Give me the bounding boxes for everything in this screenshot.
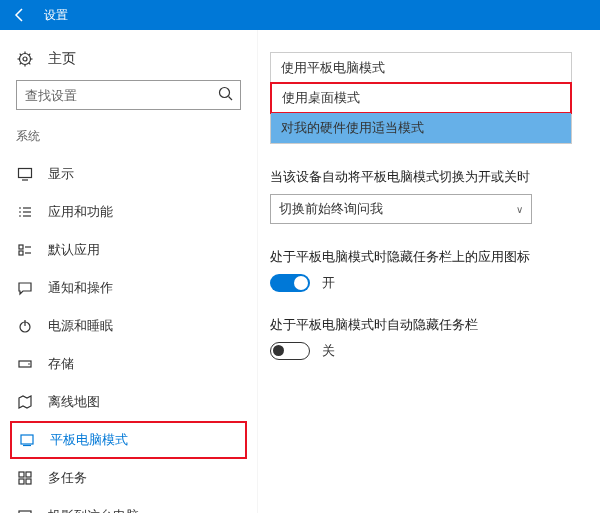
dropdown-option-tablet[interactable]: 使用平板电脑模式	[271, 53, 571, 83]
sidebar-item-maps[interactable]: 离线地图	[10, 383, 247, 421]
combo-value: 切换前始终询问我	[279, 200, 383, 218]
sidebar-home-label: 主页	[34, 50, 76, 68]
svg-line-6	[20, 54, 21, 55]
search-wrap	[16, 80, 241, 110]
sidebar-category: 系统	[10, 124, 247, 155]
app-title: 设置	[40, 7, 68, 24]
sidebar-item-default-apps[interactable]: 默认应用	[10, 231, 247, 269]
main-panel: 使用平板电脑模式 使用桌面模式 对我的硬件使用适当模式 当该设备自动将平板电脑模…	[258, 30, 600, 513]
sidebar-item-label: 平板电脑模式	[36, 431, 128, 449]
sidebar-item-label: 多任务	[34, 469, 87, 487]
svg-rect-33	[26, 479, 31, 484]
map-icon	[16, 394, 34, 410]
tablet-icon	[18, 432, 36, 448]
back-button[interactable]	[0, 0, 40, 30]
auto-switch-combo[interactable]: 切换前始终询问我 ∨	[270, 194, 532, 224]
sidebar-item-project[interactable]: 投影到这台电脑	[10, 497, 247, 513]
gear-icon	[16, 51, 34, 67]
sidebar-item-label: 电源和睡眠	[34, 317, 113, 335]
sidebar-item-label: 离线地图	[34, 393, 100, 411]
sidebar: 主页 系统 显示 应用和功能 默认应用 通知和操作 电源和睡眠	[0, 30, 258, 513]
svg-rect-20	[19, 245, 23, 249]
sidebar-item-notifications[interactable]: 通知和操作	[10, 269, 247, 307]
svg-point-1	[23, 57, 27, 61]
svg-rect-28	[21, 435, 33, 444]
svg-point-27	[28, 363, 30, 365]
sidebar-item-power[interactable]: 电源和睡眠	[10, 307, 247, 345]
search-input[interactable]	[16, 80, 241, 110]
titlebar: 设置	[0, 0, 600, 30]
search-icon	[217, 85, 235, 103]
svg-rect-21	[19, 251, 23, 255]
svg-rect-30	[19, 472, 24, 477]
svg-line-11	[229, 97, 233, 101]
svg-point-10	[220, 88, 230, 98]
sidebar-item-label: 投影到这台电脑	[34, 507, 139, 513]
svg-rect-32	[19, 479, 24, 484]
power-icon	[16, 318, 34, 334]
svg-rect-31	[26, 472, 31, 477]
sidebar-item-label: 应用和功能	[34, 203, 113, 221]
defaults-icon	[16, 242, 34, 258]
svg-point-0	[20, 54, 31, 65]
storage-icon	[16, 356, 34, 372]
sidebar-item-tablet-mode[interactable]: 平板电脑模式	[10, 421, 247, 459]
svg-rect-12	[19, 169, 32, 178]
dropdown-option-appropriate[interactable]: 对我的硬件使用适当模式	[271, 113, 571, 143]
hide-app-icons-toggle[interactable]	[270, 274, 310, 292]
svg-line-8	[20, 63, 21, 64]
toggle-state-label: 关	[322, 342, 335, 360]
svg-line-9	[29, 54, 30, 55]
dropdown-option-desktop[interactable]: 使用桌面模式	[270, 82, 572, 114]
sidebar-item-label: 默认应用	[34, 241, 100, 259]
monitor-icon	[16, 166, 34, 182]
sidebar-item-display[interactable]: 显示	[10, 155, 247, 193]
sidebar-home[interactable]: 主页	[10, 44, 247, 80]
sidebar-item-label: 显示	[34, 165, 74, 183]
message-icon	[16, 280, 34, 296]
auto-hide-taskbar-label: 处于平板电脑模式时自动隐藏任务栏	[270, 316, 588, 334]
svg-line-7	[29, 63, 30, 64]
sidebar-item-label: 通知和操作	[34, 279, 113, 297]
sidebar-item-label: 存储	[34, 355, 74, 373]
project-icon	[16, 508, 34, 513]
sidebar-item-multitask[interactable]: 多任务	[10, 459, 247, 497]
auto-hide-taskbar-toggle[interactable]	[270, 342, 310, 360]
toggle-state-label: 开	[322, 274, 335, 292]
sidebar-item-apps[interactable]: 应用和功能	[10, 193, 247, 231]
auto-switch-label: 当该设备自动将平板电脑模式切换为开或关时	[270, 168, 588, 186]
chevron-down-icon: ∨	[516, 204, 523, 215]
signin-mode-dropdown[interactable]: 使用平板电脑模式 使用桌面模式 对我的硬件使用适当模式	[270, 52, 572, 144]
list-icon	[16, 204, 34, 220]
multitask-icon	[16, 470, 34, 486]
hide-app-icons-label: 处于平板电脑模式时隐藏任务栏上的应用图标	[270, 248, 588, 266]
sidebar-item-storage[interactable]: 存储	[10, 345, 247, 383]
